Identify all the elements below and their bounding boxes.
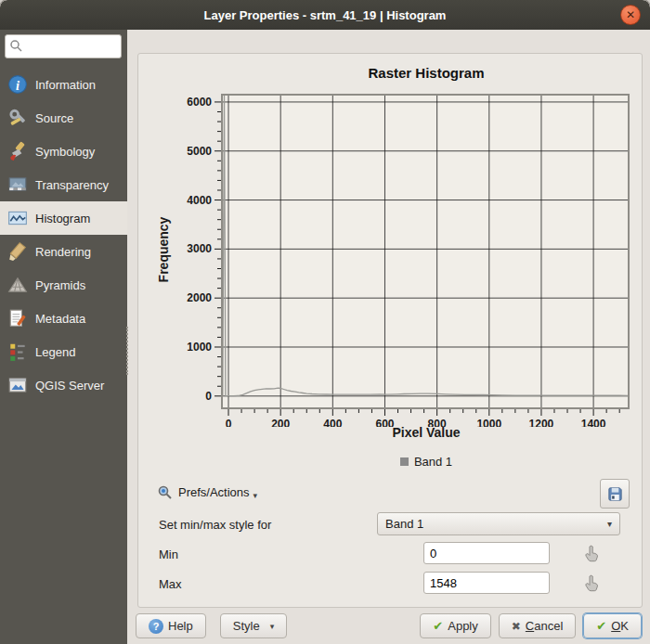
server-image-icon [7, 375, 28, 395]
rendering-brush-icon [7, 241, 28, 262]
cross-icon: ✖ [512, 620, 521, 633]
chevron-down-icon: ▾ [254, 491, 258, 500]
legend-swatch [400, 457, 409, 466]
sidebar-item-information[interactable]: i Information [0, 68, 127, 101]
svg-text:5000: 5000 [187, 145, 212, 158]
svg-text:3000: 3000 [187, 242, 212, 255]
apply-button[interactable]: ✔ Apply [420, 613, 490, 638]
pyramid-icon [7, 275, 28, 295]
sidebar-item-histogram[interactable]: Histogram [0, 201, 127, 235]
style-button[interactable]: Style ▾ [220, 613, 287, 638]
save-histogram-button[interactable] [600, 479, 630, 509]
histogram-panel: Raster Histogram Frequency 0200400600800… [137, 53, 643, 608]
band-select[interactable]: Band 1 ▾ [377, 512, 620, 535]
help-icon: ? [149, 619, 163, 634]
max-label: Max [159, 577, 182, 591]
sidebar-item-symbology[interactable]: Symbology [0, 135, 127, 168]
svg-text:0: 0 [205, 390, 212, 403]
x-axis-label: Pixel Value [222, 425, 630, 440]
metadata-icon [7, 308, 28, 328]
legend-icon [7, 341, 28, 362]
sidebar: i Information Source Symbology Transpare… [0, 30, 127, 644]
sidebar-item-pyramids[interactable]: Pyramids [0, 268, 127, 302]
sidebar-item-source[interactable]: Source [0, 101, 127, 135]
svg-text:1000: 1000 [187, 341, 212, 354]
prefs-magnifier-icon [157, 484, 173, 500]
chart-title: Raster Histogram [222, 65, 630, 81]
floppy-disk-icon [606, 485, 624, 503]
transparency-icon [7, 174, 28, 195]
svg-text:i: i [16, 78, 20, 93]
cancel-button[interactable]: ✖ Cancel [499, 613, 577, 638]
layer-properties-dialog: Layer Properties - srtm_41_19 | Histogra… [0, 0, 650, 644]
band-select-value: Band 1 [385, 517, 423, 531]
titlebar[interactable]: Layer Properties - srtm_41_19 | Histogra… [0, 0, 650, 30]
info-icon: i [7, 74, 28, 95]
svg-text:2000: 2000 [187, 291, 212, 304]
chart-legend: Band 1 [222, 455, 630, 469]
histogram-icon [7, 208, 28, 228]
help-button[interactable]: ? Help [136, 613, 206, 638]
dialog-footer: ? Help Style ▾ ✔ Apply ✖ Cancel ✔ OK [127, 608, 650, 644]
sidebar-item-rendering[interactable]: Rendering [0, 235, 127, 268]
svg-text:6000: 6000 [187, 96, 212, 109]
ok-button[interactable]: ✔ OK [583, 613, 642, 638]
close-icon[interactable]: ✕ [620, 5, 641, 25]
sidebar-item-metadata[interactable]: Metadata [0, 302, 127, 335]
histogram-chart[interactable]: 0200400600800100012001400010002000300040… [177, 91, 642, 427]
chevron-down-icon: ▾ [270, 622, 275, 631]
min-input[interactable] [423, 542, 550, 564]
sidebar-item-transparency[interactable]: Transparency [0, 168, 127, 201]
sidebar-item-qgis-server[interactable]: QGIS Server [0, 368, 127, 402]
check-icon: ✔ [433, 619, 443, 633]
search-icon [9, 39, 22, 52]
wrench-icon [7, 108, 28, 128]
max-input[interactable] [423, 572, 550, 594]
min-label: Min [159, 547, 178, 561]
check-icon: ✔ [596, 619, 606, 633]
pick-max-hand-icon[interactable] [582, 573, 601, 592]
y-axis-label: Frequency [156, 189, 171, 310]
sidebar-item-legend[interactable]: Legend [0, 335, 127, 368]
pick-min-hand-icon[interactable] [582, 544, 601, 562]
set-minmax-label: Set min/max style for [159, 518, 271, 532]
prefs-actions-button[interactable]: Prefs/Actions ▾ [151, 481, 263, 504]
chevron-down-icon: ▾ [607, 519, 612, 529]
paintbrush-icon [7, 141, 28, 161]
main-content: Raster Histogram Frequency 0200400600800… [127, 30, 650, 644]
legend-label: Band 1 [414, 455, 452, 469]
sidebar-nav: i Information Source Symbology Transpare… [0, 68, 127, 402]
prefs-actions-label: Prefs/Actions [178, 485, 250, 499]
window-title: Layer Properties - srtm_41_19 | Histogra… [204, 8, 447, 22]
svg-text:4000: 4000 [187, 194, 212, 207]
